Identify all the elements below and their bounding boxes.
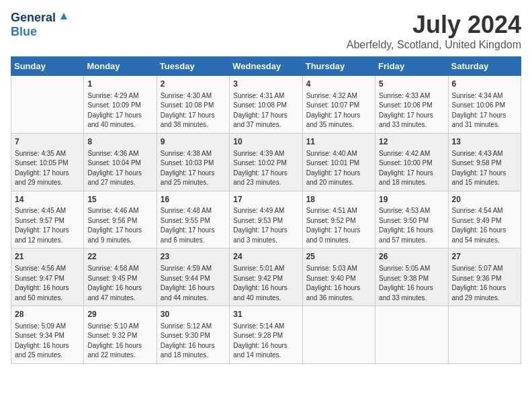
day-info: Sunrise: 5:05 AM Sunset: 9:38 PM Dayligh… [379,264,444,303]
calendar-cell: 4Sunrise: 4:32 AM Sunset: 10:07 PM Dayli… [302,76,375,134]
calendar-cell: 13Sunrise: 4:43 AM Sunset: 9:58 PM Dayli… [448,133,521,191]
day-info: Sunrise: 4:43 AM Sunset: 9:58 PM Dayligh… [452,149,517,188]
day-info: Sunrise: 4:49 AM Sunset: 9:53 PM Dayligh… [233,206,298,245]
calendar-week-row: 1Sunrise: 4:29 AM Sunset: 10:09 PM Dayli… [11,76,521,134]
calendar-header-row: SundayMondayTuesdayWednesdayThursdayFrid… [11,57,521,76]
day-number: 16 [161,194,226,205]
day-info: Sunrise: 4:35 AM Sunset: 10:05 PM Daylig… [15,149,80,188]
day-info: Sunrise: 4:36 AM Sunset: 10:04 PM Daylig… [87,149,152,188]
day-number: 22 [87,251,152,263]
day-info: Sunrise: 4:56 AM Sunset: 9:47 PM Dayligh… [15,264,80,303]
calendar-cell: 6Sunrise: 4:34 AM Sunset: 10:06 PM Dayli… [448,76,521,134]
day-info: Sunrise: 4:32 AM Sunset: 10:07 PM Daylig… [306,91,371,130]
calendar-cell: 2Sunrise: 4:30 AM Sunset: 10:08 PM Dayli… [157,76,229,134]
column-header-saturday: Saturday [448,57,521,76]
day-number: 6 [452,79,517,90]
day-number: 30 [161,309,226,320]
day-number: 4 [306,79,371,90]
column-header-thursday: Thursday [302,57,375,76]
day-info: Sunrise: 5:12 AM Sunset: 9:30 PM Dayligh… [161,322,226,361]
day-number: 8 [87,136,152,148]
calendar-cell: 26Sunrise: 5:05 AM Sunset: 9:38 PM Dayli… [375,248,448,306]
calendar-cell: 8Sunrise: 4:36 AM Sunset: 10:04 PM Dayli… [84,133,157,191]
calendar-week-row: 14Sunrise: 4:45 AM Sunset: 9:57 PM Dayli… [11,191,521,248]
day-info: Sunrise: 4:45 AM Sunset: 9:57 PM Dayligh… [15,206,80,245]
day-info: Sunrise: 4:59 AM Sunset: 9:44 PM Dayligh… [161,264,226,303]
calendar-cell: 23Sunrise: 4:59 AM Sunset: 9:44 PM Dayli… [157,248,229,306]
month-year-title: July 2024 [347,11,521,39]
day-number: 31 [233,309,298,320]
day-number: 3 [233,79,298,90]
calendar-week-row: 28Sunrise: 5:09 AM Sunset: 9:34 PM Dayli… [11,306,521,364]
calendar-cell: 16Sunrise: 4:48 AM Sunset: 9:55 PM Dayli… [157,191,229,248]
day-info: Sunrise: 4:58 AM Sunset: 9:45 PM Dayligh… [87,264,152,303]
day-info: Sunrise: 4:39 AM Sunset: 10:02 PM Daylig… [233,149,298,188]
day-info: Sunrise: 4:54 AM Sunset: 9:49 PM Dayligh… [452,206,517,245]
logo: General Blue [11,11,70,39]
day-number: 21 [15,251,80,263]
day-number: 11 [306,136,371,148]
day-info: Sunrise: 4:48 AM Sunset: 9:55 PM Dayligh… [161,206,226,245]
day-info: Sunrise: 5:01 AM Sunset: 9:42 PM Dayligh… [233,264,298,303]
day-info: Sunrise: 4:30 AM Sunset: 10:08 PM Daylig… [161,91,226,130]
calendar-cell: 22Sunrise: 4:58 AM Sunset: 9:45 PM Dayli… [84,248,157,306]
day-number: 18 [306,194,371,205]
calendar-cell: 5Sunrise: 4:33 AM Sunset: 10:06 PM Dayli… [375,76,448,134]
calendar-cell: 11Sunrise: 4:40 AM Sunset: 10:01 PM Dayl… [302,133,375,191]
calendar-cell: 18Sunrise: 4:51 AM Sunset: 9:52 PM Dayli… [302,191,375,248]
calendar-week-row: 21Sunrise: 4:56 AM Sunset: 9:47 PM Dayli… [11,248,521,306]
day-number: 9 [161,136,226,148]
calendar-cell: 1Sunrise: 4:29 AM Sunset: 10:09 PM Dayli… [84,76,157,134]
calendar-cell [375,306,448,364]
calendar-cell: 28Sunrise: 5:09 AM Sunset: 9:34 PM Dayli… [11,306,84,364]
location-subtitle: Aberfeldy, Scotland, United Kingdom [347,39,521,51]
calendar-cell: 31Sunrise: 5:14 AM Sunset: 9:28 PM Dayli… [230,306,302,364]
day-number: 29 [87,309,152,320]
calendar-cell: 12Sunrise: 4:42 AM Sunset: 10:00 PM Dayl… [375,133,448,191]
day-number: 7 [15,136,80,148]
day-number: 10 [233,136,298,148]
calendar-cell: 17Sunrise: 4:49 AM Sunset: 9:53 PM Dayli… [230,191,302,248]
day-number: 24 [233,251,298,263]
day-number: 25 [306,251,371,263]
day-info: Sunrise: 4:40 AM Sunset: 10:01 PM Daylig… [306,149,371,188]
column-header-sunday: Sunday [11,57,84,76]
day-number: 20 [452,194,517,205]
calendar-cell: 27Sunrise: 5:07 AM Sunset: 9:36 PM Dayli… [448,248,521,306]
calendar-cell: 30Sunrise: 5:12 AM Sunset: 9:30 PM Dayli… [157,306,229,364]
calendar-cell [302,306,375,364]
calendar-cell [11,76,84,134]
column-header-monday: Monday [84,57,157,76]
column-header-wednesday: Wednesday [230,57,302,76]
day-info: Sunrise: 4:51 AM Sunset: 9:52 PM Dayligh… [306,206,371,245]
day-number: 19 [379,194,444,205]
day-info: Sunrise: 4:42 AM Sunset: 10:00 PM Daylig… [379,149,444,188]
day-number: 23 [161,251,226,263]
day-number: 12 [379,136,444,148]
day-number: 28 [15,309,80,320]
day-info: Sunrise: 4:33 AM Sunset: 10:06 PM Daylig… [379,91,444,130]
day-info: Sunrise: 4:31 AM Sunset: 10:08 PM Daylig… [233,91,298,130]
calendar-cell: 10Sunrise: 4:39 AM Sunset: 10:02 PM Dayl… [230,133,302,191]
calendar-cell: 29Sunrise: 5:10 AM Sunset: 9:32 PM Dayli… [84,306,157,364]
calendar-table: SundayMondayTuesdayWednesdayThursdayFrid… [11,56,521,364]
svg-marker-0 [60,13,67,19]
day-info: Sunrise: 5:14 AM Sunset: 9:28 PM Dayligh… [233,322,298,361]
logo-general-text: General [11,11,56,25]
day-number: 27 [452,251,517,263]
calendar-cell: 3Sunrise: 4:31 AM Sunset: 10:08 PM Dayli… [230,76,302,134]
calendar-cell: 25Sunrise: 5:03 AM Sunset: 9:40 PM Dayli… [302,248,375,306]
day-number: 14 [15,194,80,205]
day-info: Sunrise: 4:34 AM Sunset: 10:06 PM Daylig… [452,91,517,130]
day-info: Sunrise: 4:38 AM Sunset: 10:03 PM Daylig… [161,149,226,188]
calendar-cell [448,306,521,364]
day-number: 1 [87,79,152,90]
day-info: Sunrise: 4:29 AM Sunset: 10:09 PM Daylig… [87,91,152,130]
day-number: 5 [379,79,444,90]
logo-blue-text: Blue [11,25,37,39]
day-number: 2 [161,79,226,90]
page-header: General Blue July 2024 Aberfeldy, Scotla… [11,11,521,51]
day-info: Sunrise: 5:03 AM Sunset: 9:40 PM Dayligh… [306,264,371,303]
calendar-cell: 7Sunrise: 4:35 AM Sunset: 10:05 PM Dayli… [11,133,84,191]
column-header-tuesday: Tuesday [157,57,229,76]
